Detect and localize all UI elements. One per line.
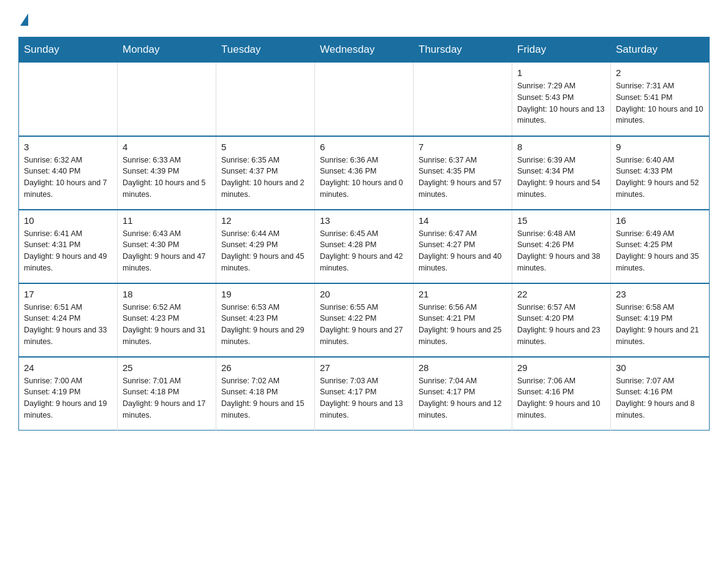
calendar-cell: 5Sunrise: 6:35 AMSunset: 4:37 PMDaylight… [216,136,315,210]
day-info: Sunrise: 6:33 AMSunset: 4:39 PMDaylight:… [123,155,211,201]
day-info: Sunrise: 6:39 AMSunset: 4:34 PMDaylight:… [517,155,605,201]
calendar-table: SundayMondayTuesdayWednesdayThursdayFrid… [18,37,710,431]
day-info: Sunrise: 7:00 AMSunset: 4:19 PMDaylight:… [24,375,112,421]
day-info: Sunrise: 6:44 AMSunset: 4:29 PMDaylight:… [221,228,309,274]
day-number: 27 [320,362,408,373]
calendar-cell [414,63,512,136]
day-number: 1 [517,67,605,78]
calendar-cell: 9Sunrise: 6:40 AMSunset: 4:33 PMDaylight… [611,136,710,210]
calendar-cell: 24Sunrise: 7:00 AMSunset: 4:19 PMDayligh… [19,357,118,431]
day-number: 22 [517,289,605,299]
calendar-cell: 15Sunrise: 6:48 AMSunset: 4:26 PMDayligh… [512,210,611,283]
day-number: 7 [419,142,507,152]
calendar-header-sunday: Sunday [19,37,118,63]
calendar-cell: 27Sunrise: 7:03 AMSunset: 4:17 PMDayligh… [315,357,414,431]
calendar-cell [315,63,414,136]
day-info: Sunrise: 7:07 AMSunset: 4:16 PMDaylight:… [616,375,704,421]
day-info: Sunrise: 7:06 AMSunset: 4:16 PMDaylight:… [517,375,605,421]
day-number: 5 [221,142,309,152]
calendar-cell: 14Sunrise: 6:47 AMSunset: 4:27 PMDayligh… [414,210,512,283]
calendar-cell: 12Sunrise: 6:44 AMSunset: 4:29 PMDayligh… [216,210,315,283]
day-info: Sunrise: 6:40 AMSunset: 4:33 PMDaylight:… [616,155,704,201]
calendar-cell: 4Sunrise: 6:33 AMSunset: 4:39 PMDaylight… [118,136,216,210]
page-header [18,12,710,26]
day-info: Sunrise: 7:03 AMSunset: 4:17 PMDaylight:… [320,375,408,421]
calendar-cell: 10Sunrise: 6:41 AMSunset: 4:31 PMDayligh… [19,210,118,283]
day-info: Sunrise: 6:35 AMSunset: 4:37 PMDaylight:… [221,155,309,201]
calendar-week-row: 3Sunrise: 6:32 AMSunset: 4:40 PMDaylight… [19,136,710,210]
calendar-cell: 11Sunrise: 6:43 AMSunset: 4:30 PMDayligh… [118,210,216,283]
day-info: Sunrise: 6:52 AMSunset: 4:23 PMDaylight:… [123,302,211,348]
day-number: 9 [616,142,704,152]
day-number: 18 [123,289,211,299]
day-number: 19 [221,289,309,299]
calendar-cell: 18Sunrise: 6:52 AMSunset: 4:23 PMDayligh… [118,283,216,357]
day-number: 17 [24,289,112,299]
calendar-cell: 21Sunrise: 6:56 AMSunset: 4:21 PMDayligh… [414,283,512,357]
calendar-cell: 13Sunrise: 6:45 AMSunset: 4:28 PMDayligh… [315,210,414,283]
day-number: 21 [419,289,507,299]
day-info: Sunrise: 6:55 AMSunset: 4:22 PMDaylight:… [320,302,408,348]
day-number: 2 [616,67,704,78]
calendar-cell: 19Sunrise: 6:53 AMSunset: 4:23 PMDayligh… [216,283,315,357]
calendar-cell: 30Sunrise: 7:07 AMSunset: 4:16 PMDayligh… [611,357,710,431]
calendar-cell: 7Sunrise: 6:37 AMSunset: 4:35 PMDaylight… [414,136,512,210]
day-info: Sunrise: 6:36 AMSunset: 4:36 PMDaylight:… [320,155,408,201]
day-info: Sunrise: 6:47 AMSunset: 4:27 PMDaylight:… [419,228,507,274]
calendar-week-row: 10Sunrise: 6:41 AMSunset: 4:31 PMDayligh… [19,210,710,283]
day-number: 26 [221,362,309,373]
day-info: Sunrise: 6:53 AMSunset: 4:23 PMDaylight:… [221,302,309,348]
calendar-header-wednesday: Wednesday [315,37,414,63]
calendar-cell: 23Sunrise: 6:58 AMSunset: 4:19 PMDayligh… [611,283,710,357]
calendar-header-friday: Friday [512,37,611,63]
calendar-cell: 1Sunrise: 7:29 AMSunset: 5:43 PMDaylight… [512,63,611,136]
calendar-header-tuesday: Tuesday [216,37,315,63]
calendar-cell: 17Sunrise: 6:51 AMSunset: 4:24 PMDayligh… [19,283,118,357]
day-info: Sunrise: 6:45 AMSunset: 4:28 PMDaylight:… [320,228,408,274]
day-info: Sunrise: 7:01 AMSunset: 4:18 PMDaylight:… [123,375,211,421]
day-info: Sunrise: 7:04 AMSunset: 4:17 PMDaylight:… [419,375,507,421]
day-number: 30 [616,362,704,373]
calendar-cell [19,63,118,136]
calendar-header-thursday: Thursday [414,37,512,63]
logo-triangle-icon [20,13,28,26]
calendar-cell: 6Sunrise: 6:36 AMSunset: 4:36 PMDaylight… [315,136,414,210]
calendar-header-saturday: Saturday [611,37,710,63]
day-info: Sunrise: 6:43 AMSunset: 4:30 PMDaylight:… [123,228,211,274]
calendar-week-row: 24Sunrise: 7:00 AMSunset: 4:19 PMDayligh… [19,357,710,431]
day-number: 6 [320,142,408,152]
day-info: Sunrise: 6:32 AMSunset: 4:40 PMDaylight:… [24,155,112,201]
calendar-cell: 8Sunrise: 6:39 AMSunset: 4:34 PMDaylight… [512,136,611,210]
calendar-cell: 3Sunrise: 6:32 AMSunset: 4:40 PMDaylight… [19,136,118,210]
day-number: 28 [419,362,507,373]
day-number: 8 [517,142,605,152]
calendar-week-row: 17Sunrise: 6:51 AMSunset: 4:24 PMDayligh… [19,283,710,357]
calendar-cell [216,63,315,136]
day-info: Sunrise: 6:41 AMSunset: 4:31 PMDaylight:… [24,228,112,274]
day-info: Sunrise: 6:58 AMSunset: 4:19 PMDaylight:… [616,302,704,348]
day-number: 23 [616,289,704,299]
calendar-cell: 25Sunrise: 7:01 AMSunset: 4:18 PMDayligh… [118,357,216,431]
day-number: 10 [24,215,112,226]
day-info: Sunrise: 7:29 AMSunset: 5:43 PMDaylight:… [517,80,605,126]
calendar-cell [118,63,216,136]
day-number: 12 [221,215,309,226]
calendar-cell: 26Sunrise: 7:02 AMSunset: 4:18 PMDayligh… [216,357,315,431]
day-info: Sunrise: 7:02 AMSunset: 4:18 PMDaylight:… [221,375,309,421]
day-info: Sunrise: 6:48 AMSunset: 4:26 PMDaylight:… [517,228,605,274]
calendar-header-row: SundayMondayTuesdayWednesdayThursdayFrid… [19,37,710,63]
day-info: Sunrise: 6:49 AMSunset: 4:25 PMDaylight:… [616,228,704,274]
day-number: 15 [517,215,605,226]
calendar-header-monday: Monday [118,37,216,63]
calendar-cell: 22Sunrise: 6:57 AMSunset: 4:20 PMDayligh… [512,283,611,357]
day-info: Sunrise: 6:56 AMSunset: 4:21 PMDaylight:… [419,302,507,348]
day-number: 20 [320,289,408,299]
day-number: 13 [320,215,408,226]
day-number: 24 [24,362,112,373]
day-info: Sunrise: 7:31 AMSunset: 5:41 PMDaylight:… [616,80,704,126]
day-info: Sunrise: 6:37 AMSunset: 4:35 PMDaylight:… [419,155,507,201]
calendar-cell: 28Sunrise: 7:04 AMSunset: 4:17 PMDayligh… [414,357,512,431]
day-number: 14 [419,215,507,226]
calendar-cell: 16Sunrise: 6:49 AMSunset: 4:25 PMDayligh… [611,210,710,283]
day-number: 25 [123,362,211,373]
